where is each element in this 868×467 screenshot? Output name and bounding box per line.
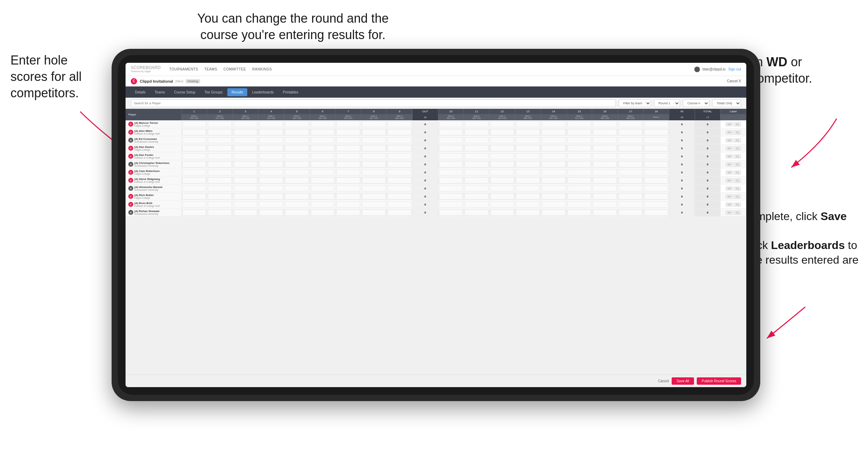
hole-score-input[interactable] (182, 193, 206, 199)
hole-score-input[interactable] (465, 161, 489, 167)
hole-score-input[interactable] (208, 185, 232, 191)
hole-score-input[interactable] (259, 209, 283, 216)
hole-score-input[interactable] (336, 169, 360, 175)
hole-score-input[interactable] (285, 209, 309, 216)
hole-score-input[interactable] (234, 201, 258, 208)
hole-score-input[interactable] (208, 153, 232, 159)
hole-score-input[interactable] (311, 129, 335, 135)
hole-score-input[interactable] (311, 121, 335, 127)
hole-score-input[interactable] (208, 137, 232, 143)
hole-score-input[interactable] (542, 177, 566, 183)
hole-score-input[interactable] (362, 137, 386, 143)
hole-score-input[interactable] (516, 137, 540, 143)
hole-score-input[interactable] (362, 161, 386, 167)
hole-score-input[interactable] (336, 193, 360, 199)
totals-only-select[interactable]: Totals Only (712, 99, 741, 107)
hole-score-input[interactable] (619, 177, 643, 183)
hole-score-input[interactable] (362, 121, 386, 127)
hole-score-input[interactable] (336, 137, 360, 143)
hole-score-input[interactable] (644, 161, 668, 167)
hole-score-input[interactable] (465, 145, 489, 151)
hole-score-input[interactable] (619, 209, 643, 216)
hole-score-input[interactable] (311, 145, 335, 151)
hole-score-input[interactable] (465, 121, 489, 127)
hole-score-input[interactable] (439, 161, 463, 167)
hole-score-input[interactable] (208, 201, 232, 208)
hole-score-input[interactable] (311, 209, 335, 216)
hole-score-input[interactable] (439, 209, 463, 216)
hole-score-input[interactable] (465, 153, 489, 159)
hole-score-input[interactable] (619, 129, 643, 135)
hole-score-input[interactable] (644, 185, 668, 191)
hole-score-input[interactable] (234, 193, 258, 199)
dq-button[interactable]: DQ (734, 155, 741, 158)
hole-score-input[interactable] (336, 121, 360, 127)
tab-course-setup[interactable]: Course Setup (170, 88, 199, 96)
hole-score-input[interactable] (644, 193, 668, 199)
hole-score-input[interactable] (644, 201, 668, 208)
hole-score-input[interactable] (567, 177, 591, 183)
hole-score-input[interactable] (439, 201, 463, 208)
hole-score-input[interactable] (542, 145, 566, 151)
hole-score-input[interactable] (208, 209, 232, 216)
hole-score-input[interactable] (542, 129, 566, 135)
hole-score-input[interactable] (387, 177, 412, 183)
hole-score-input[interactable] (619, 137, 643, 143)
nav-committee[interactable]: COMMITTEE (224, 67, 246, 71)
hole-score-input[interactable] (542, 137, 566, 143)
hole-score-input[interactable] (593, 177, 617, 183)
hole-score-input[interactable] (182, 161, 206, 167)
hole-score-input[interactable] (259, 137, 283, 143)
hole-score-input[interactable] (542, 153, 566, 159)
hole-score-input[interactable] (311, 153, 335, 159)
hole-score-input[interactable] (567, 193, 591, 199)
tab-leaderboards[interactable]: Leaderboards (248, 88, 278, 96)
hole-score-input[interactable] (490, 209, 514, 216)
filter-by-team-select[interactable]: Filter by team (619, 99, 651, 107)
hole-score-input[interactable] (619, 201, 643, 208)
hole-score-input[interactable] (208, 177, 232, 183)
hole-score-input[interactable] (182, 121, 206, 127)
hole-score-input[interactable] (259, 161, 283, 167)
dq-button[interactable]: DQ (734, 211, 741, 214)
hole-score-input[interactable] (619, 121, 643, 127)
hole-score-input[interactable] (619, 153, 643, 159)
hole-score-input[interactable] (336, 185, 360, 191)
hole-score-input[interactable] (593, 193, 617, 199)
hole-score-input[interactable] (619, 145, 643, 151)
hole-score-input[interactable] (311, 169, 335, 175)
hole-score-input[interactable] (234, 121, 258, 127)
search-player-input[interactable] (131, 99, 616, 107)
hole-score-input[interactable] (542, 185, 566, 191)
cancel-tournament[interactable]: Cancel X (727, 79, 741, 83)
hole-score-input[interactable] (542, 169, 566, 175)
hole-score-input[interactable] (567, 169, 591, 175)
hole-score-input[interactable] (182, 169, 206, 175)
hole-score-input[interactable] (208, 121, 232, 127)
hole-score-input[interactable] (593, 209, 617, 216)
hole-score-input[interactable] (285, 137, 309, 143)
hole-score-input[interactable] (644, 209, 668, 216)
hole-score-input[interactable] (465, 193, 489, 199)
hole-score-input[interactable] (208, 169, 232, 175)
wd-button[interactable]: WD (726, 155, 733, 158)
hole-score-input[interactable] (465, 201, 489, 208)
hole-score-input[interactable] (619, 185, 643, 191)
hole-score-input[interactable] (362, 209, 386, 216)
hole-score-input[interactable] (311, 177, 335, 183)
hole-score-input[interactable] (439, 177, 463, 183)
hole-score-input[interactable] (259, 129, 283, 135)
hole-score-input[interactable] (336, 209, 360, 216)
hole-score-input[interactable] (567, 161, 591, 167)
hole-score-input[interactable] (490, 153, 514, 159)
hole-score-input[interactable] (234, 129, 258, 135)
hole-score-input[interactable] (439, 153, 463, 159)
hole-score-input[interactable] (542, 161, 566, 167)
hole-score-input[interactable] (593, 201, 617, 208)
hole-score-input[interactable] (362, 169, 386, 175)
hole-score-input[interactable] (387, 161, 412, 167)
hole-score-input[interactable] (619, 161, 643, 167)
hole-score-input[interactable] (285, 177, 309, 183)
hole-score-input[interactable] (490, 177, 514, 183)
hole-score-input[interactable] (542, 121, 566, 127)
